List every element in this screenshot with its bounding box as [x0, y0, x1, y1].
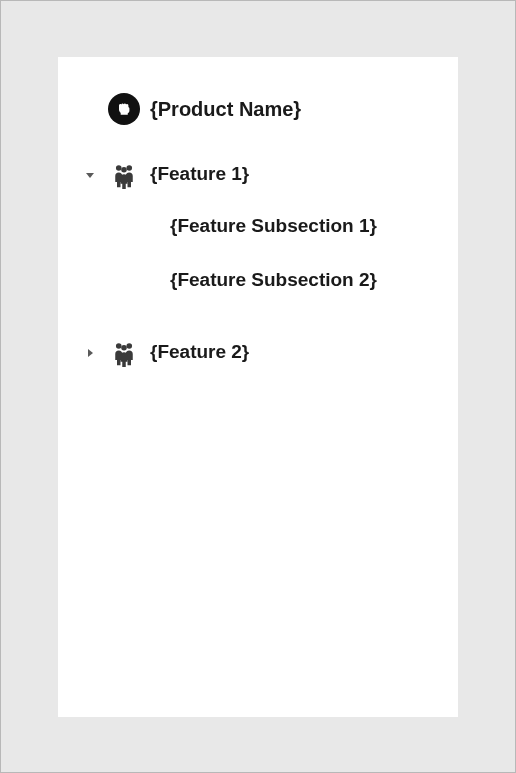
fist-icon: [108, 93, 140, 125]
product-name-label: {Product Name}: [150, 96, 301, 122]
svg-point-5: [121, 344, 127, 350]
audience-icon: [108, 159, 140, 191]
tree-item-label: {Feature 1}: [150, 162, 249, 187]
tree-subitem-1[interactable]: {Feature Subsection 1}: [82, 199, 434, 253]
chevron-down-icon[interactable]: [82, 167, 98, 183]
svg-point-2: [121, 166, 127, 172]
tree-subitem-label: {Feature Subsection 1}: [170, 215, 377, 237]
audience-icon: [108, 337, 140, 369]
svg-point-1: [126, 165, 132, 171]
product-header-row[interactable]: {Product Name}: [82, 85, 434, 133]
tree-subitem-label: {Feature Subsection 2}: [170, 269, 377, 291]
tree-item-feature-1[interactable]: {Feature 1}: [82, 151, 434, 199]
tree-item-feature-2[interactable]: {Feature 2}: [82, 329, 434, 377]
navigation-panel: {Product Name} {Feature 1} {Feature Subs…: [58, 57, 458, 717]
svg-point-0: [116, 165, 122, 171]
tree-subitem-2[interactable]: {Feature Subsection 2}: [82, 253, 434, 307]
svg-point-3: [116, 343, 122, 349]
tree-item-label: {Feature 2}: [150, 340, 249, 365]
product-icon: [108, 93, 140, 125]
svg-point-4: [126, 343, 132, 349]
chevron-right-icon[interactable]: [82, 345, 98, 361]
